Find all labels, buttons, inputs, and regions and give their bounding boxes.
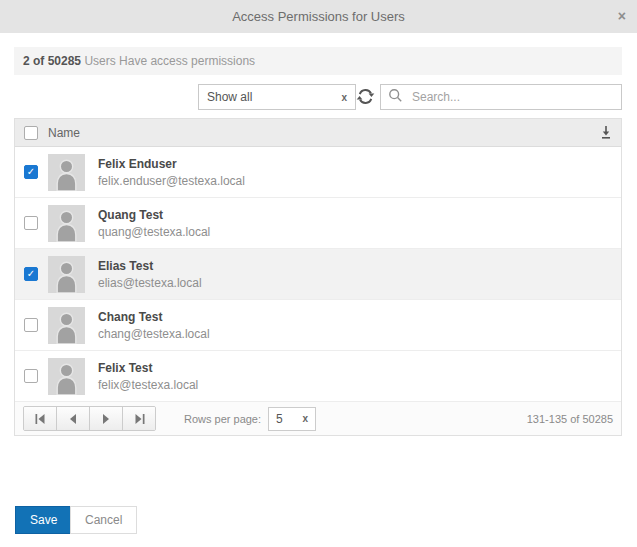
user-row[interactable]: ✓ Felix Enduser felix.enduser@testexa.lo…	[15, 147, 621, 198]
dropdown-arrow-icon: x	[341, 92, 347, 103]
dialog-titlebar: Access Permissions for Users ×	[0, 0, 637, 33]
select-all-checkbox[interactable]	[24, 126, 38, 140]
status-bar: 2 of 50285 Users Have access permissions	[14, 47, 622, 75]
user-avatar-icon	[48, 154, 85, 191]
next-page-button[interactable]	[90, 407, 123, 430]
search-input[interactable]	[410, 89, 614, 105]
row-checkbox[interactable]	[24, 369, 38, 383]
user-row-text: Chang Test chang@testexa.local	[98, 310, 210, 341]
grid-header: Name	[15, 119, 621, 147]
user-name: Chang Test	[98, 310, 210, 324]
user-rows: ✓ Felix Enduser felix.enduser@testexa.lo…	[15, 147, 621, 402]
cancel-button[interactable]: Cancel	[70, 506, 137, 534]
user-email: elias@testexa.local	[98, 276, 202, 290]
status-text: Users Have access permissions	[81, 54, 255, 68]
user-row-text: Felix Test felix@testexa.local	[98, 361, 198, 392]
previous-page-button[interactable]	[57, 407, 90, 430]
dropdown-arrow-icon: x	[302, 413, 308, 424]
user-email: felix@testexa.local	[98, 378, 198, 392]
user-avatar-icon	[48, 307, 85, 344]
rows-per-page-label: Rows per page:	[184, 413, 261, 425]
user-row-text: Felix Enduser felix.enduser@testexa.loca…	[98, 157, 245, 188]
rows-per-page-select[interactable]: 5 x	[268, 407, 316, 431]
user-name: Elias Test	[98, 259, 202, 273]
filter-dropdown[interactable]: Show all x	[198, 84, 356, 110]
user-avatar-icon	[48, 358, 85, 395]
user-name: Felix Enduser	[98, 157, 245, 171]
pager-bar: Rows per page: 5 x 131-135 of 50285	[15, 402, 621, 435]
page-range-info: 131-135 of 50285	[527, 413, 613, 425]
user-avatar-icon	[48, 205, 85, 242]
row-checkbox[interactable]: ✓	[24, 165, 38, 179]
rows-per-page-value: 5	[276, 412, 283, 426]
user-name: Quang Test	[98, 208, 210, 222]
name-column-header: Name	[48, 126, 80, 140]
user-email: quang@testexa.local	[98, 225, 210, 239]
row-checkbox[interactable]	[24, 216, 38, 230]
filter-dropdown-value: Show all	[207, 90, 252, 104]
status-count: 2 of 50285	[23, 54, 81, 68]
users-grid: Name ✓ Felix Enduser felix.enduser@teste…	[14, 118, 622, 436]
close-icon[interactable]: ×	[618, 0, 626, 33]
search-box	[380, 84, 622, 110]
dialog-title: Access Permissions for Users	[0, 0, 637, 33]
search-icon	[388, 88, 403, 106]
user-email: felix.enduser@testexa.local	[98, 174, 245, 188]
row-checkbox[interactable]: ✓	[24, 267, 38, 281]
pager-buttons	[23, 406, 156, 431]
row-checkbox[interactable]	[24, 318, 38, 332]
user-row-text: Quang Test quang@testexa.local	[98, 208, 210, 239]
user-email: chang@testexa.local	[98, 327, 210, 341]
user-row[interactable]: Chang Test chang@testexa.local	[15, 300, 621, 351]
user-row[interactable]: ✓ Elias Test elias@testexa.local	[15, 249, 621, 300]
user-name: Felix Test	[98, 361, 198, 375]
refresh-icon[interactable]	[356, 87, 375, 106]
user-row[interactable]: Felix Test felix@testexa.local	[15, 351, 621, 402]
user-row[interactable]: Quang Test quang@testexa.local	[15, 198, 621, 249]
user-row-text: Elias Test elias@testexa.local	[98, 259, 202, 290]
pin-column-icon[interactable]	[600, 125, 612, 140]
first-page-button[interactable]	[24, 407, 57, 430]
save-button[interactable]: Save	[15, 506, 72, 534]
user-avatar-icon	[48, 256, 85, 293]
last-page-button[interactable]	[123, 407, 155, 430]
